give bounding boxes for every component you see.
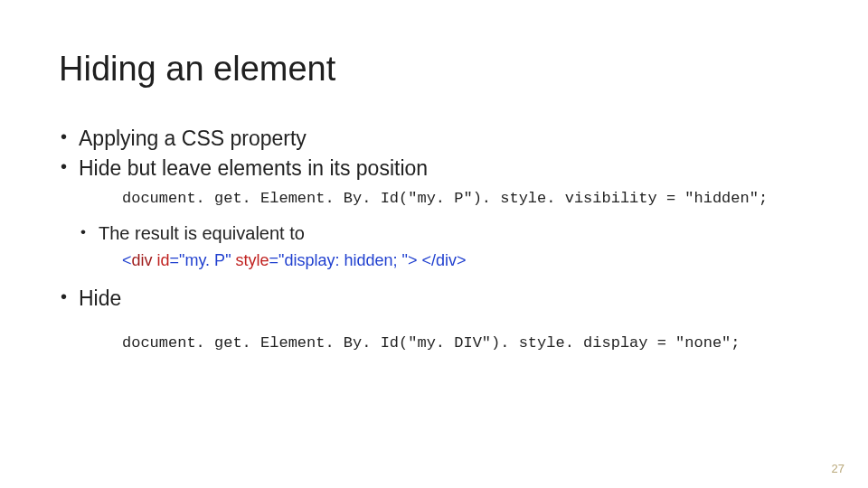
code-visibility: document. get. Element. By. Id("my. P").… — [122, 190, 809, 207]
attr-id: id — [157, 251, 170, 269]
bullet-text: Hide but leave elements in its position — [79, 156, 428, 180]
page-number: 27 — [832, 462, 844, 475]
bullet-hide: Hide — [59, 286, 809, 311]
code-display-none: document. get. Element. By. Id("my. DIV"… — [122, 334, 809, 352]
tag-close-gt: "> — [402, 251, 422, 269]
eq-quote-2: =" — [269, 251, 285, 269]
slide-title: Hiding an element — [59, 50, 809, 89]
div-close: </div> — [421, 251, 466, 269]
bullet-text: Applying a CSS property — [79, 127, 307, 150]
attr-style: style — [236, 251, 269, 269]
eq-quote: =" — [170, 251, 185, 269]
sub-bullet-list: The result is equivalent to — [80, 223, 809, 244]
bullet-apply-css: Applying a CSS property — [59, 127, 809, 151]
bullet-result-equiv: The result is equivalent to — [80, 223, 809, 244]
style-value: display: hidden; — [284, 251, 401, 269]
bullet-hide-leave: Hide but leave elements in its position — [59, 156, 809, 181]
slide: Hiding an element Applying a CSS propert… — [0, 0, 868, 488]
angle-open: < — [122, 251, 132, 269]
id-value: my. P — [184, 251, 225, 269]
tag-div: div — [132, 251, 157, 269]
bullet-list: Applying a CSS property Hide but leave e… — [59, 127, 809, 181]
bullet-text: Hide — [79, 286, 121, 310]
bullet-text: The result is equivalent to — [99, 223, 305, 243]
bullet-list-2: Hide — [59, 286, 809, 311]
html-sample: <div id="my. P" style="display: hidden; … — [122, 251, 809, 270]
quote-close: " — [225, 251, 235, 269]
